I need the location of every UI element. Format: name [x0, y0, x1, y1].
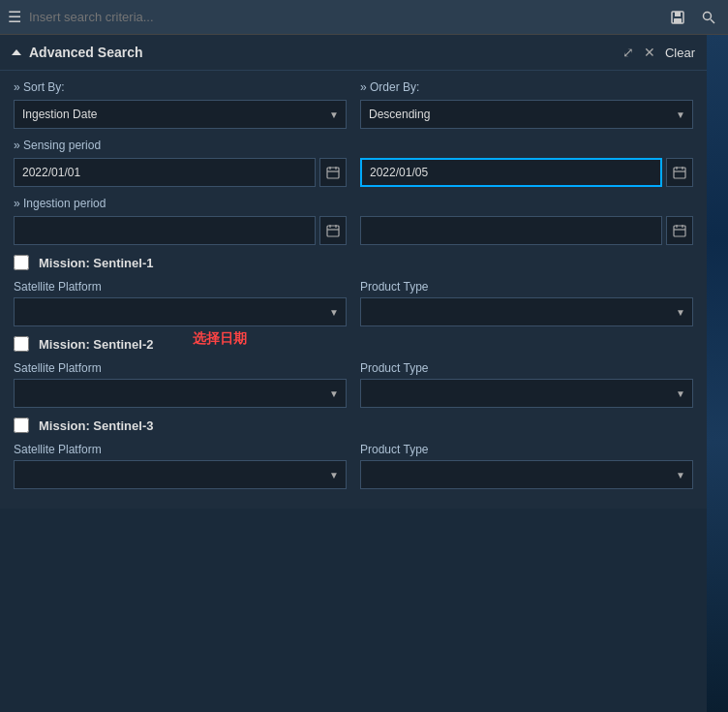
sort-by-select[interactable]: Ingestion Date: [14, 100, 347, 129]
search-icon-top[interactable]: [697, 6, 720, 29]
sort-order-row: » Sort By: Ingestion Date » Order By: De…: [14, 80, 693, 129]
svg-point-3: [704, 12, 712, 19]
sentinel2-product-select[interactable]: [360, 379, 693, 408]
close-icon[interactable]: ✕: [644, 45, 655, 60]
ingestion-end-group: [360, 216, 693, 245]
sentinel2-product-wrapper: [360, 379, 693, 408]
mission-sentinel1-block: Mission: Sentinel-1 Satellite Platform P…: [14, 255, 693, 326]
ingestion-start-col: [14, 216, 347, 245]
ingestion-start-group: [14, 216, 347, 245]
top-bar: ☰: [0, 0, 728, 35]
ingestion-period-section: » Ingestion period: [14, 197, 693, 245]
mission-sentinel1-label: Mission: Sentinel-1: [39, 256, 153, 270]
svg-rect-2: [674, 18, 682, 23]
sentinel2-sat-col: Satellite Platform: [14, 359, 347, 408]
svg-rect-1: [675, 12, 681, 16]
top-bar-icons: [666, 6, 720, 29]
expand-icon[interactable]: ⤢: [622, 45, 634, 60]
sensing-period-section: » Sensing period 选择日期 2022/01/01: [14, 139, 693, 187]
chinese-tooltip: 选择日期: [193, 330, 247, 348]
sentinel2-sat-select[interactable]: [14, 379, 347, 408]
order-by-label: » Order By:: [360, 80, 693, 94]
mission-sentinel2-block: Mission: Sentinel-2 Satellite Platform P…: [14, 336, 693, 408]
mission-sentinel3-block: Mission: Sentinel-3 Satellite Platform P…: [14, 418, 693, 489]
sentinel3-product-label: Product Type: [360, 443, 693, 456]
order-by-select-wrapper: Descending: [360, 100, 693, 129]
sentinel3-sat-select[interactable]: [14, 460, 347, 489]
sensing-start-group: 2022/01/01: [14, 158, 347, 187]
svg-rect-17: [674, 226, 685, 236]
ingestion-start-calendar-button[interactable]: [319, 216, 347, 245]
sensing-period-row: 2022/01/01 2022/01/05: [14, 158, 693, 187]
ingestion-period-row: [14, 216, 693, 245]
bg-ocean: [707, 35, 728, 712]
mission-sentinel3-label: Mission: Sentinel-3: [39, 418, 153, 433]
ingestion-start-input[interactable]: [14, 216, 316, 245]
collapse-icon[interactable]: [12, 49, 21, 55]
advanced-search-panel: Advanced Search ⤢ ✕ Clear » Sort By: Ing…: [0, 35, 707, 509]
mission-sentinel1-checkbox[interactable]: [14, 255, 29, 270]
sentinel1-product-wrapper: [360, 297, 693, 326]
sentinel1-sat-wrapper: [14, 297, 347, 326]
sort-by-select-wrapper: Ingestion Date: [14, 100, 347, 129]
mission-sentinel3-checkbox[interactable]: [14, 418, 29, 433]
sort-by-col: » Sort By: Ingestion Date: [14, 80, 347, 129]
sensing-end-calendar-button[interactable]: [666, 158, 693, 187]
sentinel1-sat-select[interactable]: [14, 297, 347, 326]
mission-sentinel2-row: Mission: Sentinel-2: [14, 336, 693, 352]
sentinel3-product-wrapper: [360, 460, 693, 489]
panel-title: Advanced Search: [29, 45, 143, 60]
sentinel2-product-col: Product Type: [360, 359, 693, 408]
sensing-start-input[interactable]: 2022/01/01: [14, 158, 316, 187]
sentinel2-product-label: Product Type: [360, 361, 693, 375]
sentinel1-sat-label: Satellite Platform: [14, 280, 347, 294]
mission-sentinel2-checkbox[interactable]: [14, 336, 29, 352]
mission-sentinel3-dropdowns: Satellite Platform Product Type: [14, 441, 693, 489]
order-by-col: » Order By: Descending: [360, 80, 693, 129]
sentinel3-product-select[interactable]: [360, 460, 693, 489]
sensing-period-label: » Sensing period: [14, 139, 693, 152]
sentinel3-sat-wrapper: [14, 460, 347, 489]
sensing-start-col: 2022/01/01: [14, 158, 347, 187]
mission-sentinel3-row: Mission: Sentinel-3: [14, 418, 693, 433]
sentinel1-product-label: Product Type: [360, 280, 693, 294]
ingestion-end-calendar-button[interactable]: [666, 216, 693, 245]
mission-sentinel2-dropdowns: Satellite Platform Product Type: [14, 359, 693, 408]
mission-sentinel1-row: Mission: Sentinel-1: [14, 255, 693, 270]
sentinel1-product-select[interactable]: [360, 297, 693, 326]
sentinel3-sat-col: Satellite Platform: [14, 441, 347, 489]
sentinel1-sat-col: Satellite Platform: [14, 278, 347, 326]
sentinel3-sat-label: Satellite Platform: [14, 443, 347, 456]
panel-header-right: ⤢ ✕ Clear: [622, 45, 695, 60]
svg-line-4: [711, 19, 714, 23]
sensing-end-input[interactable]: 2022/01/05: [360, 158, 662, 187]
svg-rect-13: [327, 226, 339, 236]
panel-body: » Sort By: Ingestion Date » Order By: De…: [0, 71, 707, 509]
order-by-select[interactable]: Descending: [360, 100, 693, 129]
menu-icon[interactable]: ☰: [8, 8, 21, 26]
mission-sentinel1-dropdowns: Satellite Platform Product Type: [14, 278, 693, 326]
svg-rect-9: [674, 168, 685, 178]
sentinel2-sat-wrapper: [14, 379, 347, 408]
sensing-end-group: 2022/01/05: [360, 158, 693, 187]
sentinel2-sat-label: Satellite Platform: [14, 361, 347, 375]
svg-rect-5: [327, 168, 339, 178]
sensing-start-calendar-button[interactable]: [319, 158, 347, 187]
panel-header: Advanced Search ⤢ ✕ Clear: [0, 35, 707, 71]
panel-header-left: Advanced Search: [12, 45, 143, 60]
search-input[interactable]: [29, 10, 658, 24]
ingestion-period-label: » Ingestion period: [14, 197, 693, 210]
mission-sentinel2-label: Mission: Sentinel-2: [39, 337, 153, 352]
ingestion-end-col: [360, 216, 693, 245]
sentinel3-product-col: Product Type: [360, 441, 693, 489]
sort-by-label: » Sort By:: [14, 80, 347, 94]
save-icon[interactable]: [666, 6, 689, 29]
sentinel1-product-col: Product Type: [360, 278, 693, 326]
ingestion-end-input[interactable]: [360, 216, 662, 245]
sensing-end-col: 2022/01/05: [360, 158, 693, 187]
clear-button[interactable]: Clear: [665, 46, 695, 60]
